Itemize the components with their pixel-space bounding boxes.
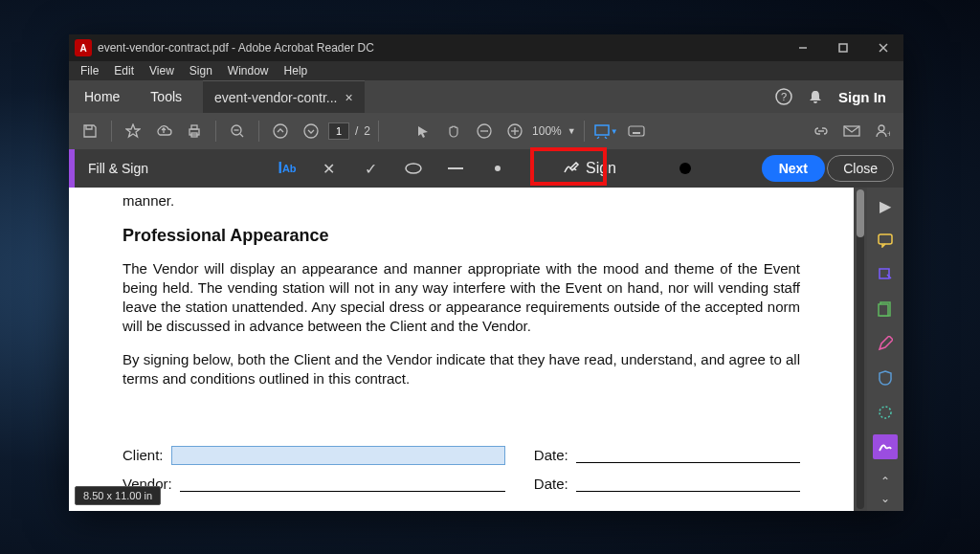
next-button[interactable]: Next bbox=[762, 155, 825, 182]
protect-icon[interactable] bbox=[873, 366, 898, 390]
menu-window[interactable]: Window bbox=[222, 62, 275, 79]
maximize-icon bbox=[838, 43, 848, 53]
close-window-button[interactable] bbox=[863, 34, 903, 61]
close-icon bbox=[879, 43, 888, 53]
add-text-tool[interactable]: IAb bbox=[274, 155, 301, 182]
pdf-page[interactable]: manner. Professional Appearance The Vend… bbox=[69, 188, 854, 511]
person-icon[interactable]: + bbox=[869, 118, 896, 144]
help-icon[interactable]: ? bbox=[775, 88, 792, 105]
doc-heading: Professional Appearance bbox=[122, 224, 800, 247]
fill-sign-tool-icon[interactable] bbox=[873, 434, 898, 459]
main-toolbar: /2 100%▼ ▼ + bbox=[69, 113, 903, 149]
svg-point-13 bbox=[304, 124, 318, 138]
svg-rect-1 bbox=[839, 44, 847, 52]
pdf-icon: A bbox=[75, 39, 92, 56]
app-window: A event-vendor-contract.pdf - Adobe Acro… bbox=[69, 34, 903, 511]
panel-down-icon[interactable]: ⌄ bbox=[880, 492, 890, 505]
date-label-1: Date: bbox=[534, 446, 568, 465]
minimize-icon bbox=[798, 43, 808, 53]
page-number-input[interactable] bbox=[328, 122, 349, 140]
check-tool[interactable]: ✓ bbox=[358, 155, 385, 182]
sign-in-button[interactable]: Sign In bbox=[838, 89, 886, 105]
svg-text:?: ? bbox=[781, 91, 787, 102]
circle-tool[interactable] bbox=[400, 155, 427, 182]
svg-point-31 bbox=[495, 166, 501, 171]
doc-paragraph-2: By signing below, both the Client and th… bbox=[122, 350, 800, 389]
tab-document-label: event-vendor-contr... bbox=[214, 90, 337, 105]
panel-expand-icon[interactable]: ▶ bbox=[873, 193, 898, 218]
doc-paragraph-1: The Vendor will display an appearance an… bbox=[122, 259, 800, 337]
scrollbar-thumb[interactable] bbox=[857, 189, 864, 237]
close-panel-button[interactable]: Close bbox=[827, 155, 894, 182]
tab-bar: Home Tools event-vendor-contr... × ? Sig… bbox=[69, 80, 903, 113]
cloud-icon[interactable] bbox=[150, 118, 177, 144]
client-label: Client: bbox=[122, 446, 164, 465]
fill-sign-label: Fill & Sign bbox=[75, 161, 162, 176]
star-icon[interactable] bbox=[120, 118, 146, 144]
menu-help[interactable]: Help bbox=[278, 62, 314, 79]
organize-icon[interactable] bbox=[873, 297, 898, 321]
sign-button[interactable]: Sign bbox=[555, 156, 624, 181]
page-indicator: /2 bbox=[328, 122, 370, 140]
svg-rect-33 bbox=[879, 234, 892, 244]
panel-up-icon[interactable]: ⌃ bbox=[880, 475, 890, 488]
stamp-icon[interactable] bbox=[873, 262, 898, 287]
svg-point-32 bbox=[679, 163, 691, 174]
hand-tool-icon[interactable] bbox=[440, 118, 467, 144]
maximize-button[interactable] bbox=[823, 34, 863, 61]
tools-panel: ▶ ⌃ ⌄ bbox=[867, 188, 903, 511]
page-up-icon[interactable] bbox=[267, 118, 294, 144]
svg-text:+: + bbox=[887, 129, 890, 139]
select-tool-icon[interactable] bbox=[410, 118, 436, 144]
tab-home[interactable]: Home bbox=[69, 80, 135, 113]
link-icon[interactable] bbox=[808, 118, 835, 144]
menu-sign[interactable]: Sign bbox=[184, 62, 218, 79]
svg-rect-34 bbox=[880, 269, 889, 278]
cross-tool[interactable]: ✕ bbox=[316, 155, 343, 182]
edit-icon[interactable] bbox=[873, 331, 898, 356]
save-icon[interactable] bbox=[77, 118, 103, 144]
menu-view[interactable]: View bbox=[144, 62, 180, 79]
vertical-scrollbar[interactable] bbox=[854, 188, 867, 511]
title-bar: A event-vendor-contract.pdf - Adobe Acro… bbox=[69, 34, 903, 61]
color-dot[interactable] bbox=[672, 155, 699, 182]
vendor-date-field[interactable] bbox=[576, 476, 800, 492]
menu-file[interactable]: File bbox=[75, 62, 104, 79]
client-signature-field[interactable] bbox=[171, 446, 505, 465]
svg-point-27 bbox=[879, 125, 884, 131]
svg-line-10 bbox=[240, 134, 243, 137]
comment-icon[interactable] bbox=[873, 228, 898, 253]
keyboard-icon[interactable] bbox=[623, 118, 650, 144]
fill-sign-toolbar: Fill & Sign IAb ✕ ✓ Sign Next Close bbox=[69, 149, 903, 188]
minimize-button[interactable] bbox=[783, 34, 823, 61]
more-tools-icon[interactable] bbox=[873, 400, 898, 425]
page-dimensions: 8.50 x 11.00 in bbox=[75, 486, 161, 505]
svg-point-29 bbox=[406, 164, 421, 173]
svg-rect-20 bbox=[629, 126, 644, 136]
svg-point-37 bbox=[880, 407, 891, 418]
page-total: 2 bbox=[364, 124, 370, 138]
doc-cutoff-line: manner. bbox=[122, 191, 800, 211]
fit-width-icon[interactable]: ▼ bbox=[592, 118, 619, 144]
menu-edit[interactable]: Edit bbox=[108, 62, 140, 79]
client-date-field[interactable] bbox=[576, 448, 800, 463]
plus-circle-icon[interactable] bbox=[501, 118, 528, 144]
print-icon[interactable] bbox=[181, 118, 208, 144]
minus-circle-icon[interactable] bbox=[471, 118, 498, 144]
signature-icon bbox=[563, 161, 580, 176]
svg-rect-19 bbox=[595, 125, 609, 135]
document-area: manner. Professional Appearance The Vend… bbox=[69, 188, 903, 511]
dot-tool[interactable] bbox=[484, 155, 511, 182]
tab-close-icon[interactable]: × bbox=[345, 90, 352, 105]
zoom-out-icon[interactable] bbox=[224, 118, 251, 144]
zoom-level[interactable]: 100%▼ bbox=[532, 124, 576, 138]
bell-icon[interactable] bbox=[808, 89, 823, 104]
window-title: event-vendor-contract.pdf - Adobe Acroba… bbox=[98, 41, 783, 55]
svg-rect-7 bbox=[191, 125, 197, 129]
line-tool[interactable] bbox=[442, 155, 469, 182]
tab-tools[interactable]: Tools bbox=[135, 80, 197, 113]
mail-icon[interactable] bbox=[838, 118, 865, 144]
page-down-icon[interactable] bbox=[298, 118, 324, 144]
tab-document[interactable]: event-vendor-contr... × bbox=[203, 80, 365, 113]
vendor-signature-field[interactable] bbox=[180, 476, 505, 492]
